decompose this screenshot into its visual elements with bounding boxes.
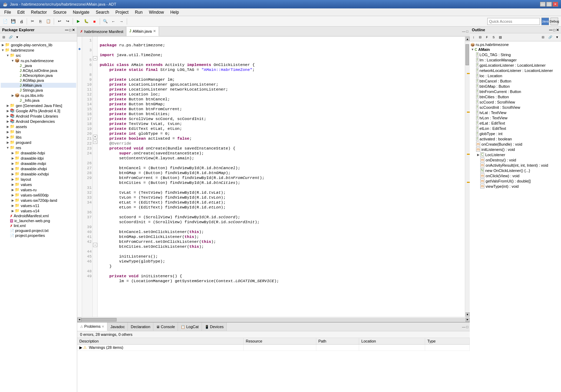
menu-project[interactable]: Project [113, 9, 131, 15]
collapse-icon[interactable]: ▶ [11, 209, 15, 213]
toolbar-save[interactable]: 💾 [9, 18, 17, 25]
tree-item-bin[interactable]: ▶ 📁 bin [1, 129, 76, 134]
tree-item-values-sw720[interactable]: ▶ 📁 values-sw720dp-land [1, 198, 76, 203]
outline-item-tvlon[interactable]: f tvLon : TextView [470, 115, 560, 120]
perspective-java[interactable]: Java [541, 18, 549, 25]
col-location[interactable]: Location [359, 338, 425, 345]
collapse-icon[interactable]: ▶ [11, 94, 15, 97]
outline-item-etlon[interactable]: f etLon : EditText [470, 126, 560, 131]
tab-devices[interactable]: 📱 Devices [202, 323, 227, 331]
menu-source[interactable]: Source [50, 9, 69, 15]
collapse-icon[interactable]: ▼ [11, 59, 15, 62]
outline-item-viewtype[interactable]: m viewType(int) : void [470, 184, 560, 189]
collapse-icon[interactable]: ▶ [11, 162, 15, 165]
scroll-up-btn[interactable]: ▲ [466, 37, 470, 41]
tree-item-values-sw600[interactable]: ▶ 📁 values-sw600dp [1, 192, 76, 198]
tree-item-gapis[interactable]: ▶ 📚 Google APIs [Android 4.3] [1, 108, 76, 113]
tree-item-google[interactable]: ▶ 📁 google-play-services_lib [1, 42, 76, 47]
pkg-minimize-icon[interactable]: — [65, 28, 68, 32]
tree-item-adesc[interactable]: J ADescription.java [1, 73, 76, 78]
tree-item-lint[interactable]: ✗ lint.xml [1, 223, 76, 228]
collapse-icon[interactable]: ▶ [6, 135, 10, 139]
pkg-maximize-icon[interactable]: □ [69, 28, 71, 32]
tab-logcat[interactable]: 📋 LogCat [178, 323, 202, 331]
tree-item-info-java[interactable]: J _Info.java [1, 98, 76, 103]
pkg-close-icon[interactable]: ✕ [72, 28, 75, 32]
outline-item-lm[interactable]: f lm : LocationManager [470, 57, 560, 62]
col-path[interactable]: Path [316, 338, 359, 345]
collapse-icon[interactable]: ▶ [11, 193, 15, 197]
editor-max-icon[interactable]: □ [466, 29, 468, 33]
tree-item-assets[interactable]: ▶ 📁 assets [1, 124, 76, 129]
outline-item-gpsloc[interactable]: f gpsLocationListener : LocationListener [470, 62, 560, 68]
collapse-icon[interactable]: ▶ [11, 157, 15, 160]
outline-item-newonclick[interactable]: N new OnClickListener() {...} [470, 168, 560, 173]
tree-item-proguard[interactable]: ▶ 📁 proguard [1, 140, 76, 145]
col-resource[interactable]: Resource [244, 338, 316, 345]
toolbar-print[interactable]: 🖨 [18, 18, 25, 25]
outline-filter[interactable]: ⊟ [477, 34, 483, 40]
tree-item-gen[interactable]: ▶ 📁 gen [Generated Java Files] [1, 103, 76, 108]
collapse-icon[interactable]: ▶ [11, 151, 15, 155]
tree-item-layout[interactable]: ▶ 📁 layout [1, 177, 76, 182]
bottom-min-icon[interactable]: — [462, 325, 466, 329]
toolbar-copy[interactable]: ⎘ [37, 18, 44, 25]
outline-item-loclistener[interactable]: ▶ C LocListener [470, 152, 560, 157]
expand-icon[interactable]: ▼ [470, 48, 475, 51]
outline-hide-nonpublic[interactable]: ▤ [497, 34, 503, 40]
collapse-icon[interactable]: ▶ [6, 104, 10, 107]
collapse-marker-3[interactable]: − [93, 140, 97, 144]
tree-item-values-ru[interactable]: ▶ 📁 values-ru [1, 187, 76, 192]
toolbar-debug[interactable]: 🐛 [82, 18, 90, 25]
collapse-icon[interactable]: ▶ [6, 130, 10, 134]
outline-item-oncreate[interactable]: m onCreate(Bundle) : void [470, 141, 560, 147]
editor-hscroll[interactable]: ◄ ► [77, 317, 470, 322]
tree-item-iclauncher[interactable]: 🖼 ic_launcher-web.png [1, 218, 76, 223]
pkg-menu[interactable]: ▼ [14, 34, 20, 40]
tree-item-androidprivate[interactable]: ▶ 📚 Android Private Libraries [1, 113, 76, 119]
tree-item-strings[interactable]: J Strings.java [1, 88, 76, 93]
bottom-max-icon[interactable]: □ [466, 325, 468, 329]
tab-manifest[interactable]: ✗ habrtimezone Manifest [77, 27, 126, 36]
tab-problems[interactable]: ⚠ Problems ✕ [77, 323, 107, 331]
hscroll-thumb[interactable] [81, 318, 117, 321]
menu-run[interactable]: Run [132, 9, 145, 15]
amain-tab-close[interactable]: ✕ [153, 29, 156, 33]
collapse-icon[interactable]: ▶ [11, 199, 15, 202]
outline-item-amain-class[interactable]: ▼ C AMain [470, 47, 560, 52]
outline-item-logtag[interactable]: f LOG_TAG : String [470, 52, 560, 57]
tree-item-acitylist[interactable]: J ACityListOnline.java [1, 68, 76, 73]
menu-refactor[interactable]: Refactor [28, 9, 50, 15]
close-button[interactable]: ✕ [553, 2, 558, 7]
outline-item-btncancel[interactable]: f btnCancel : Button [470, 78, 560, 84]
outline-item-netloc[interactable]: f networkLocationListener : LocationList… [470, 68, 560, 73]
collapse-icon[interactable]: ▶ [6, 141, 10, 144]
outline-menu[interactable]: ▼ [554, 34, 560, 40]
menu-navigate[interactable]: Navigate [70, 9, 92, 15]
tree-item-amain[interactable]: J AMain.java [1, 83, 76, 88]
code-editor[interactable]: package ru.ps.habrtimezone; import java.… [98, 36, 465, 317]
tree-item-java[interactable]: J _java [1, 63, 76, 68]
outline-item-sccoord[interactable]: f scCoord : ScrollView [470, 99, 560, 105]
toolbar-run[interactable]: ▶ [74, 18, 82, 25]
collapse-icon[interactable]: ▶ [11, 183, 15, 186]
collapse-icon[interactable]: ▼ [6, 54, 10, 57]
outline-max-icon[interactable]: □ [553, 28, 555, 32]
pkg-collapse-all[interactable]: ⊟ [1, 34, 7, 40]
outline-item-getvals[interactable]: m getValsFromUI() : double[] [470, 178, 560, 184]
tree-item-src[interactable]: ▼ 📁 src [1, 53, 76, 58]
outline-item-onclick[interactable]: m onClick(View) : void [470, 173, 560, 178]
toolbar-cut[interactable]: ✂ [28, 18, 36, 25]
tree-item-proguard-txt[interactable]: 📄 proguard-project.txt [1, 228, 76, 233]
collapse-icon[interactable]: ▶ [11, 188, 15, 192]
perspective-debug[interactable]: Debug [550, 18, 558, 25]
collapse-icon[interactable]: ▶ [6, 109, 10, 113]
toolbar-new[interactable]: 📄 [1, 18, 9, 25]
tree-item-values-v11[interactable]: ▶ 📁 values-v11 [1, 203, 76, 208]
scroll-down-btn[interactable]: ▼ [466, 312, 470, 317]
tree-item-values[interactable]: ▶ 📁 values [1, 182, 76, 187]
tree-item-res[interactable]: ▼ 📁 res [1, 145, 76, 150]
maximize-button[interactable]: □ [546, 2, 552, 7]
col-type[interactable]: Type [425, 338, 470, 345]
editor-min-icon[interactable]: — [462, 29, 466, 33]
